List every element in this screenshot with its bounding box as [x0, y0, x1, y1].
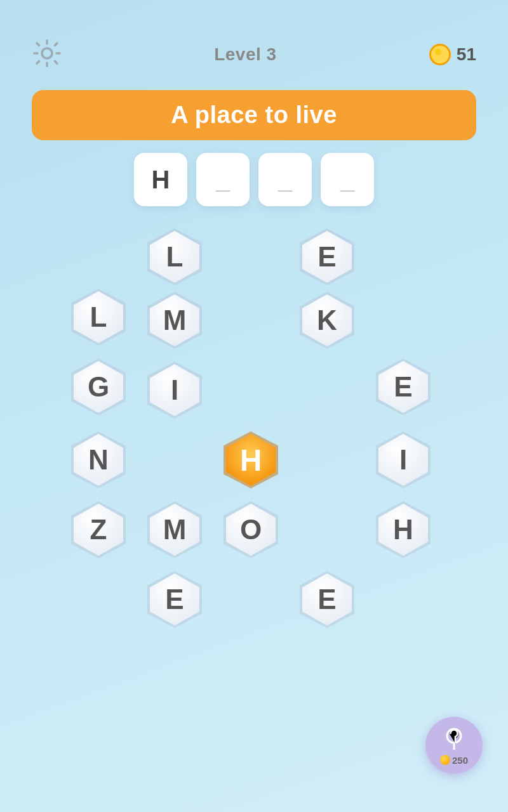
hint-cost-text: 250 — [452, 755, 468, 766]
hex-tile-e-hex-E-bot[interactable]: E — [140, 565, 210, 634]
hex-tile-g-hex-G[interactable]: G — [64, 352, 133, 422]
hex-tile-k-hex-K[interactable]: K — [292, 285, 362, 355]
level-label: Level 3 — [214, 44, 276, 65]
hex-tile-e-hex-E[interactable]: E — [292, 222, 362, 292]
hex-tile-o-hex-O[interactable]: O — [216, 495, 286, 565]
hex-tile-l-hex-L-top[interactable]: L — [140, 222, 210, 292]
hex-tile-e-hex-E-bot2[interactable]: E — [292, 565, 362, 634]
hex-tile-m-hex-M-top[interactable]: M — [140, 285, 210, 355]
hex-tile-i-hex-I-right[interactable]: I — [368, 425, 438, 495]
hint-cost: 250 — [440, 755, 468, 766]
clue-text: A place to live — [171, 102, 337, 128]
svg-point-0 — [42, 48, 52, 58]
hex-tile-h-hex-H[interactable]: H — [216, 425, 286, 495]
coins-display: 51 — [429, 43, 476, 66]
svg-point-39 — [453, 747, 455, 750]
settings-button[interactable] — [32, 38, 62, 71]
hex-tile-h-hex-H-bot[interactable]: H — [368, 495, 438, 565]
hex-tile-e-hex-E-right[interactable]: E — [368, 352, 438, 422]
hex-grid: L E — [0, 184, 508, 691]
hex-tile-i-hex-I-top[interactable]: I — [140, 355, 210, 425]
hex-tile-m-hex-M-bot[interactable]: M — [140, 495, 210, 565]
hex-tile-n-hex-N[interactable]: N — [64, 425, 133, 495]
hint-button[interactable]: 250 — [425, 717, 483, 774]
coin-count: 51 — [457, 44, 476, 65]
svg-point-3 — [435, 49, 441, 55]
hex-tile-z-hex-Z[interactable]: Z — [64, 495, 133, 565]
clue-banner: A place to live — [32, 90, 476, 140]
hex-tile-l-hex-L-mid[interactable]: L — [64, 282, 133, 352]
svg-point-40 — [453, 743, 455, 745]
header: Level 3 51 — [0, 0, 508, 84]
